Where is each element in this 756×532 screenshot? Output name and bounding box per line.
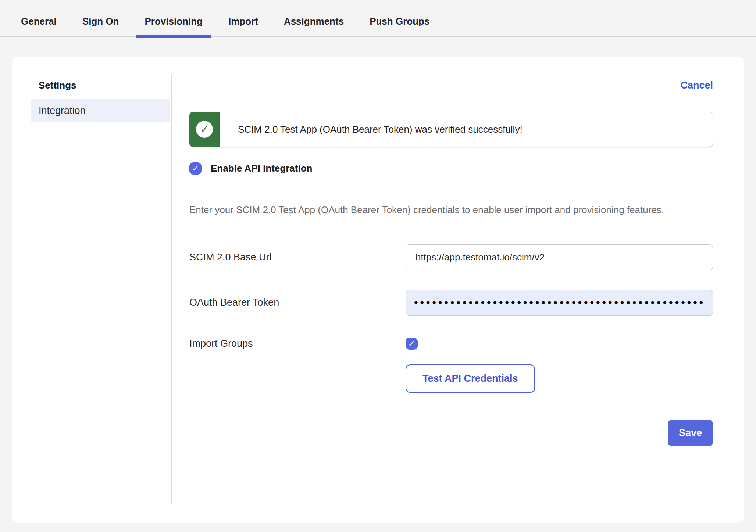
enable-api-checkbox[interactable]: ✓	[189, 162, 202, 175]
checkmark-icon: ✓	[192, 164, 199, 173]
oauth-token-field	[406, 290, 713, 316]
provisioning-card: Settings Integration Cancel ✓ SCIM 2.0 T…	[12, 57, 744, 523]
banner-message: SCIM 2.0 Test App (OAuth Bearer Token) w…	[220, 112, 713, 147]
tab-label: Sign On	[82, 16, 119, 27]
tab-assignments[interactable]: Assignments	[275, 15, 353, 36]
test-credentials-field: Test API Credentials	[406, 364, 713, 393]
oauth-token-input[interactable]	[406, 290, 713, 316]
sidebar-item-label: Integration	[39, 105, 86, 116]
sidebar-header-settings: Settings	[39, 79, 171, 91]
tab-provisioning[interactable]: Provisioning	[136, 15, 211, 36]
checkmark-icon: ✓	[408, 339, 415, 348]
save-button[interactable]: Save	[668, 420, 713, 446]
tab-label: General	[21, 16, 57, 27]
tab-import[interactable]: Import	[220, 15, 267, 36]
tab-label: Import	[228, 16, 258, 27]
test-credentials-row: Test API Credentials	[189, 364, 713, 393]
import-groups-label: Import Groups	[189, 338, 406, 349]
tab-label: Provisioning	[145, 16, 203, 27]
integration-panel: Cancel ✓ SCIM 2.0 Test App (OAuth Bearer…	[172, 57, 744, 523]
credentials-description: Enter your SCIM 2.0 Test App (OAuth Bear…	[189, 201, 704, 219]
cancel-link[interactable]: Cancel	[680, 80, 713, 91]
success-banner: ✓ SCIM 2.0 Test App (OAuth Bearer Token)…	[189, 112, 713, 147]
import-groups-checkbox[interactable]: ✓	[406, 338, 418, 350]
settings-sidebar: Settings Integration	[12, 57, 171, 523]
oauth-token-row: OAuth Bearer Token	[189, 290, 713, 316]
scim-base-url-field	[406, 244, 713, 270]
tab-bar: General Sign On Provisioning Import Assi…	[0, 0, 756, 37]
sidebar-item-integration[interactable]: Integration	[31, 99, 170, 122]
import-groups-field: ✓	[406, 338, 713, 350]
test-api-credentials-button[interactable]: Test API Credentials	[406, 364, 535, 393]
tab-general[interactable]: General	[12, 15, 65, 36]
enable-api-label: Enable API integration	[211, 163, 312, 174]
success-check-icon: ✓	[196, 121, 213, 138]
scim-base-url-label: SCIM 2.0 Base Url	[189, 252, 406, 263]
enable-api-row: ✓ Enable API integration	[189, 162, 713, 175]
scim-base-url-input[interactable]	[406, 244, 713, 270]
tab-label: Push Groups	[370, 16, 429, 27]
banner-accent: ✓	[189, 112, 220, 147]
tab-sign-on[interactable]: Sign On	[74, 15, 128, 36]
scim-base-url-row: SCIM 2.0 Base Url	[189, 244, 713, 270]
tab-label: Assignments	[284, 16, 344, 27]
import-groups-row: Import Groups ✓	[189, 338, 713, 350]
save-row: Save	[189, 420, 713, 446]
cancel-row: Cancel	[189, 79, 713, 91]
oauth-token-label: OAuth Bearer Token	[189, 297, 406, 308]
tab-push-groups[interactable]: Push Groups	[361, 15, 438, 36]
